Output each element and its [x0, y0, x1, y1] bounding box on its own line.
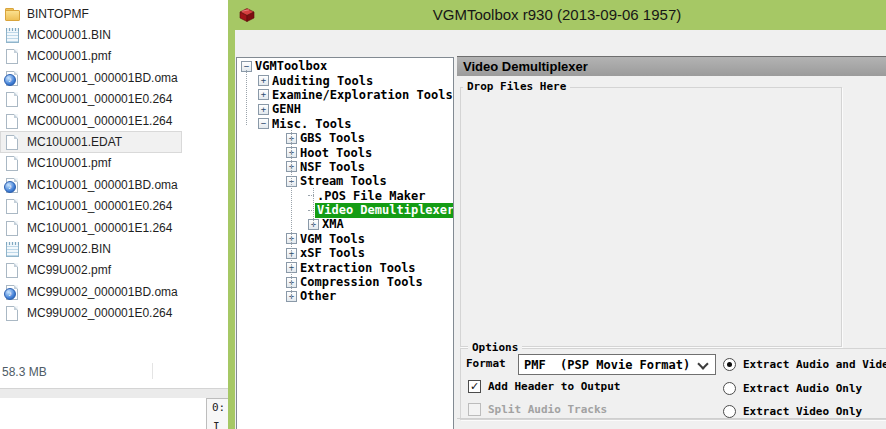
file-row-mc10u001-000001e0-264[interactable]: MC10U001_000001E0.264: [0, 196, 182, 217]
oma-icon: ♪: [4, 70, 20, 86]
page-fold: [14, 71, 18, 75]
file-name: MC00U001_000001E0.264: [27, 92, 172, 106]
screen: BINTOPMFMC00U001.BINMC00U001.pmf♪MC00U00…: [0, 0, 886, 429]
video-demultiplexer-panel: Drop Files Here Format PMF (PSP Movie Fo…: [457, 76, 886, 429]
checkbox-icon[interactable]: ✓: [468, 380, 481, 393]
drop-files-label: Drop Files Here: [463, 80, 570, 93]
section-header-bar: Video Demultiplexer: [457, 56, 886, 76]
file-row-mc00u001-000001e0-264[interactable]: MC00U001_000001E0.264: [0, 89, 182, 110]
tree-item-gbs-tools[interactable]: +GBS Tools: [237, 131, 453, 145]
tool-tree-panel: −VGMToolbox+Auditing Tools+Examine/Explo…: [236, 57, 454, 429]
expand-icon[interactable]: +: [258, 75, 269, 86]
file-name: BINTOPMF: [27, 7, 89, 21]
tree-item-xma[interactable]: +XMA: [237, 217, 453, 231]
tree-item-label: GBS Tools: [300, 131, 365, 145]
tree-item-examine-exploration-tools[interactable]: +Examine/Exploration Tools: [237, 88, 453, 102]
file-icon: [4, 262, 20, 278]
tree-item-vgmtoolbox[interactable]: −VGMToolbox: [237, 59, 453, 73]
radio-extract-video-only[interactable]: Extract Video Only: [723, 404, 862, 419]
tree-item-label: Other: [300, 289, 336, 303]
tree-guide-line: [246, 70, 247, 125]
format-label: Format: [466, 357, 506, 370]
tree-item-vgm-tools[interactable]: +VGM Tools: [237, 232, 453, 246]
file-row-mc99u002-000001e0-264[interactable]: MC99U002_000001E0.264: [0, 302, 182, 323]
format-dropdown[interactable]: PMF (PSP Movie Format): [518, 354, 716, 375]
file-icon: [4, 220, 20, 236]
tree-item-hoot-tools[interactable]: +Hoot Tools: [237, 145, 453, 159]
tree-item-label: Extraction Tools: [300, 261, 416, 275]
file-row-mc10u001-000001e1-264[interactable]: MC10U001_000001E1.264: [0, 217, 182, 238]
expand-icon[interactable]: +: [258, 104, 269, 115]
collapse-icon[interactable]: −: [258, 118, 269, 129]
file-row-mc99u002-bin[interactable]: MC99U002.BIN: [0, 238, 182, 259]
tree-item-xsf-tools[interactable]: +xSF Tools: [237, 246, 453, 260]
file-icon: [4, 48, 20, 64]
audio-ball-icon: ♪: [4, 181, 16, 193]
file-name: MC10U001_000001E0.264: [27, 199, 172, 213]
radio-icon[interactable]: [723, 358, 736, 371]
notepad-icon: [4, 241, 20, 257]
tree-item-compression-tools[interactable]: +Compression Tools: [237, 275, 453, 289]
file-icon: [4, 305, 20, 321]
file-name: MC99U002_000001E0.264: [27, 306, 172, 320]
tree-item-label: Stream Tools: [300, 174, 387, 188]
checkbox-add-header-to-output[interactable]: ✓Add Header to Output: [468, 379, 620, 394]
file-row-mc00u001-000001bd-oma[interactable]: ♪MC00U001_000001BD.oma: [0, 67, 182, 88]
tree-item-auditing-tools[interactable]: +Auditing Tools: [237, 73, 453, 87]
file-row-mc00u001-pmf[interactable]: MC00U001.pmf: [0, 46, 182, 67]
file-row-mc99u002-pmf[interactable]: MC99U002.pmf: [0, 260, 182, 281]
radio-icon[interactable]: [723, 405, 736, 418]
tree-item-label: Misc. Tools: [272, 117, 351, 131]
file-list: BINTOPMFMC00U001.BINMC00U001.pmf♪MC00U00…: [0, 3, 228, 324]
file-row-mc10u001-pmf[interactable]: MC10U001.pmf: [0, 153, 182, 174]
folder-icon: [4, 6, 20, 22]
tree-item-label: VGMToolbox: [255, 59, 327, 73]
tree-item-label: NSF Tools: [300, 160, 365, 174]
radio-label: Extract Video Only: [743, 405, 862, 418]
radio-extract-audio-and-video[interactable]: Extract Audio and Video: [723, 357, 886, 372]
checkbox-split-audio-tracks: Split Audio Tracks: [468, 402, 607, 417]
tree-item-label: XMA: [322, 217, 344, 231]
tree-item-extraction-tools[interactable]: +Extraction Tools: [237, 260, 453, 274]
file-row-mc10u001-edat[interactable]: MC10U001.EDAT: [0, 131, 182, 152]
file-row-mc99u002-000001bd-oma[interactable]: ♪MC99U002_000001BD.oma: [0, 281, 182, 302]
file-row-mc00u001-000001e1-264[interactable]: MC00U001_000001E1.264: [0, 110, 182, 131]
radio-icon[interactable]: [723, 382, 736, 395]
drop-files-zone[interactable]: [460, 87, 842, 347]
file-name: MC00U001_000001E1.264: [27, 114, 172, 128]
tree-item-nsf-tools[interactable]: +NSF Tools: [237, 160, 453, 174]
radio-extract-audio-only[interactable]: Extract Audio Only: [723, 381, 862, 396]
file-icon: [4, 91, 20, 107]
background-window: [0, 398, 228, 429]
radio-label: Extract Audio Only: [743, 382, 862, 395]
options-group-label: Options: [468, 341, 522, 354]
background-window-text: 0:: [212, 401, 225, 414]
tree-item-stream-tools[interactable]: −Stream Tools: [237, 174, 453, 188]
format-dropdown-value: PMF (PSP Movie Format): [524, 358, 690, 372]
file-name: MC99U002_000001BD.oma: [27, 285, 178, 299]
tree-item-label: Examine/Exploration Tools: [272, 88, 453, 102]
tree-item-video-demultiplexer[interactable]: Video Demultiplexer: [237, 203, 453, 217]
file-row-mc00u001-bin[interactable]: MC00U001.BIN: [0, 24, 182, 45]
titlebar[interactable]: VGMToolbox r930 (2013-09-06 1957): [228, 0, 886, 30]
background-window-text: I: [213, 420, 220, 429]
tree-item-label: Auditing Tools: [272, 74, 373, 88]
tree-item-label: GENH: [272, 102, 301, 116]
checkbox-label: Split Audio Tracks: [488, 403, 607, 416]
file-icon: [4, 198, 20, 214]
file-row-bintopmf[interactable]: BINTOPMF: [0, 3, 182, 24]
radio-label: Extract Audio and Video: [743, 358, 886, 371]
file-row-mc10u001-000001bd-oma[interactable]: ♪MC10U001_000001BD.oma: [0, 174, 182, 195]
tree-item-other[interactable]: +Other: [237, 289, 453, 303]
chevron-down-icon[interactable]: [697, 358, 708, 369]
file-icon: [4, 113, 20, 129]
audio-ball-icon: ♪: [4, 74, 16, 86]
file-name: MC10U001.EDAT: [27, 135, 122, 149]
tree-item-label: xSF Tools: [300, 246, 365, 260]
tree-item-misc-tools[interactable]: −Misc. Tools: [237, 117, 453, 131]
file-name: MC99U002.BIN: [27, 242, 111, 256]
expand-icon[interactable]: +: [258, 89, 269, 100]
tree-item-genh[interactable]: +GENH: [237, 102, 453, 116]
window-client-area: −VGMToolbox+Auditing Tools+Examine/Explo…: [235, 30, 886, 429]
tree-item-pos-file-maker[interactable]: .POS File Maker: [237, 189, 453, 203]
